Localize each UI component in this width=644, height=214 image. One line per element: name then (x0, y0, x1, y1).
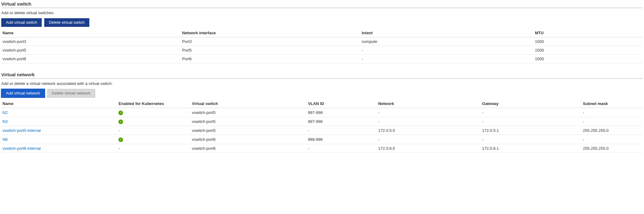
col-name[interactable]: Name (1, 99, 117, 108)
col-subnet[interactable]: Subnet mask (582, 99, 643, 108)
cell-gateway: - (481, 108, 582, 117)
col-network-interface[interactable]: Network interface (181, 29, 360, 37)
vnet-name-link[interactable]: vswitch-port5-internal (2, 128, 41, 133)
col-enabled-k8s[interactable]: Enabled for Kubernetes (117, 99, 190, 108)
cell-subnet: - (582, 108, 643, 117)
cell-intent: - (360, 46, 534, 55)
cell-vlan-id: 997-998 (307, 117, 377, 126)
cell-gateway: 172.0.6.1 (481, 144, 582, 153)
check-icon: ✓ (118, 120, 123, 124)
cell-name: vswitch-port6-internal (1, 144, 117, 153)
check-icon: ✓ (118, 111, 123, 115)
cell-vswitch: vswitch-port5 (191, 126, 307, 135)
table-row[interactable]: vswitch-port5Port5-1500 (1, 46, 643, 55)
table-row[interactable]: N2✓vswitch-port5997-998--- (1, 108, 643, 117)
virtual-network-title: Virtual network (1, 72, 643, 79)
table-row[interactable]: vswitch-port3Port3compute1500 (1, 37, 643, 46)
cell-name: vswitch-port5-internal (1, 126, 117, 135)
cell-name: vswitch-port6 (1, 55, 181, 63)
table-row[interactable]: N6✓vswitch-port6988-996--- (1, 135, 643, 144)
col-name[interactable]: Name (1, 29, 181, 37)
cell-vlan-id: - (307, 126, 377, 135)
cell-vlan-id: 988-996 (307, 135, 377, 144)
cell-network: - (377, 108, 481, 117)
cell-vlan-id: - (307, 144, 377, 153)
cell-network-interface: Port6 (181, 55, 360, 63)
col-vlan-id[interactable]: VLAN ID (307, 99, 377, 108)
cell-name: vswitch-port5 (1, 46, 181, 55)
cell-intent: - (360, 55, 534, 63)
col-vswitch[interactable]: Virtual switch (191, 99, 307, 108)
cell-network: 172.0.6.0 (377, 144, 481, 153)
cell-vswitch: vswitch-port6 (191, 135, 307, 144)
virtual-network-buttons: Add virtual network Delete virtual netwo… (1, 89, 643, 98)
vnet-name-link[interactable]: N2 (2, 110, 8, 115)
cell-name: N2 (1, 108, 117, 117)
vnet-name-link[interactable]: N3 (2, 119, 8, 124)
delete-virtual-switch-button[interactable]: Delete virtual switch (44, 18, 89, 27)
cell-network: - (377, 117, 481, 126)
table-row[interactable]: vswitch-port5-internal-vswitch-port5-172… (1, 126, 643, 135)
virtual-network-description: Add or delete a virtual network associat… (1, 81, 643, 86)
virtual-switch-header-row: Name Network interface Intent MTU (1, 29, 643, 37)
cell-vswitch: vswitch-port5 (191, 108, 307, 117)
cell-enabled-k8s: ✓ (117, 117, 190, 126)
col-gateway[interactable]: Gateway (481, 99, 582, 108)
vnet-name-link[interactable]: vswitch-port6-internal (2, 146, 41, 151)
cell-intent: compute (360, 37, 534, 46)
virtual-network-section: Virtual network Add or delete a virtual … (1, 72, 643, 153)
cell-gateway: - (481, 117, 582, 126)
cell-gateway: - (481, 135, 582, 144)
cell-subnet: - (582, 117, 643, 126)
virtual-switch-table: Name Network interface Intent MTU vswitc… (1, 29, 643, 63)
cell-enabled-k8s: - (117, 144, 190, 153)
cell-vswitch: vswitch-port5 (191, 117, 307, 126)
cell-network: - (377, 135, 481, 144)
virtual-switch-buttons: Add virtual switch Delete virtual switch (1, 18, 643, 27)
cell-name: N6 (1, 135, 117, 144)
cell-mtu: 1500 (534, 46, 643, 55)
cell-enabled-k8s: - (117, 126, 190, 135)
cell-subnet: 255.255.255.0 (582, 144, 643, 153)
cell-subnet: 255.255.255.0 (582, 126, 643, 135)
cell-enabled-k8s: ✓ (117, 135, 190, 144)
cell-subnet: - (582, 135, 643, 144)
cell-network-interface: Port5 (181, 46, 360, 55)
cell-network-interface: Port3 (181, 37, 360, 46)
table-row[interactable]: N3✓vswitch-port5997-998--- (1, 117, 643, 126)
cell-vlan-id: 997-998 (307, 108, 377, 117)
col-mtu[interactable]: MTU (534, 29, 643, 37)
cell-vswitch: vswitch-port6 (191, 144, 307, 153)
virtual-switch-title: Virtual switch (1, 1, 643, 8)
cell-name: vswitch-port3 (1, 37, 181, 46)
cell-enabled-k8s: ✓ (117, 108, 190, 117)
table-row[interactable]: vswitch-port6-internal-vswitch-port6-172… (1, 144, 643, 153)
cell-mtu: 1500 (534, 55, 643, 63)
virtual-switch-description: Add or delete virtual switches. (1, 10, 643, 15)
col-network[interactable]: Network (377, 99, 481, 108)
add-virtual-switch-button[interactable]: Add virtual switch (1, 18, 42, 27)
add-virtual-network-button[interactable]: Add virtual network (1, 89, 45, 98)
cell-mtu: 1500 (534, 37, 643, 46)
table-row[interactable]: vswitch-port6Port6-1500 (1, 55, 643, 63)
cell-network: 172.0.5.0 (377, 126, 481, 135)
cell-gateway: 172.0.5.1 (481, 126, 582, 135)
virtual-switch-section: Virtual switch Add or delete virtual swi… (1, 1, 643, 63)
col-intent[interactable]: Intent (360, 29, 534, 37)
check-icon: ✓ (118, 137, 123, 142)
vnet-name-link[interactable]: N6 (2, 137, 8, 142)
virtual-network-table: Name Enabled for Kubernetes Virtual swit… (1, 99, 643, 153)
delete-virtual-network-button: Delete virtual network (47, 89, 95, 98)
cell-name: N3 (1, 117, 117, 126)
virtual-network-header-row: Name Enabled for Kubernetes Virtual swit… (1, 99, 643, 108)
